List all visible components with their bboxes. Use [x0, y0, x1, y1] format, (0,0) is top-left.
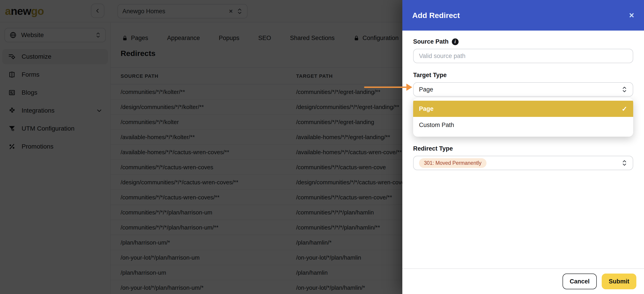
source-path-label: Source Path i — [413, 38, 633, 45]
target-type-listbox: Page✓Custom Path — [413, 98, 633, 137]
drawer-footer: Cancel Submit — [402, 268, 644, 294]
chevron-up-down-icon — [622, 160, 627, 166]
target-type-value: Page — [419, 86, 622, 93]
target-type-select[interactable]: Page — [413, 82, 633, 97]
drawer-body: Source Path i Target Type Page Page✓Cust… — [402, 30, 644, 170]
chevron-up-down-icon — [622, 86, 627, 93]
check-icon: ✓ — [622, 105, 627, 113]
redirect-type-label: Redirect Type — [413, 145, 633, 152]
info-icon[interactable]: i — [452, 38, 458, 45]
option-label: Custom Path — [419, 122, 627, 129]
drawer-title: Add Redirect — [412, 11, 629, 20]
option-page[interactable]: Page✓ — [413, 101, 633, 117]
option-label: Page — [419, 105, 622, 112]
source-path-input[interactable] — [413, 49, 633, 63]
app-canvas: anewgo Anewgo Homes × Website CustomizeF… — [0, 0, 644, 294]
drawer-header: Add Redirect × — [402, 0, 644, 30]
add-redirect-drawer: Add Redirect × Source Path i Target Type… — [402, 0, 644, 294]
submit-button[interactable]: Submit — [602, 274, 636, 289]
close-icon[interactable]: × — [629, 11, 634, 19]
option-custom-path[interactable]: Custom Path — [413, 117, 633, 133]
redirect-type-badge: 301: Moved Permanently — [419, 158, 486, 168]
redirect-type-select[interactable]: 301: Moved Permanently — [413, 156, 633, 170]
target-type-label: Target Type — [413, 72, 633, 79]
cancel-button[interactable]: Cancel — [562, 274, 597, 289]
